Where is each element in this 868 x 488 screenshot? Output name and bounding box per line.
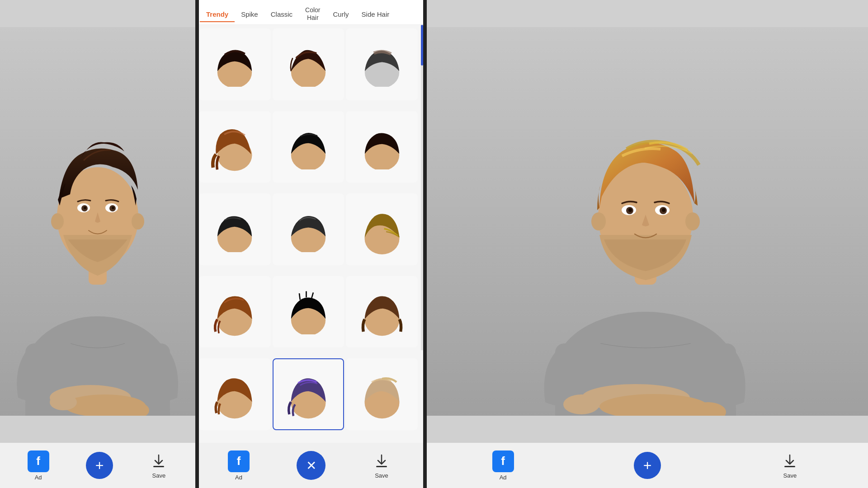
left-ad-label: Ad: [35, 474, 42, 481]
left-bottom-bar: f Ad + Save: [0, 443, 195, 488]
hair-style-6[interactable]: [346, 111, 418, 183]
svg-point-9: [51, 213, 64, 230]
right-bottom-bar: f Ad + Save: [423, 443, 868, 488]
hair-style-12[interactable]: [346, 276, 418, 348]
left-save-icon: [150, 452, 168, 470]
tab-color-hair[interactable]: ColorHair: [299, 3, 326, 25]
svg-point-50: [662, 208, 665, 212]
right-panel: f Ad + Save: [423, 0, 868, 488]
hair-style-7[interactable]: [199, 193, 271, 265]
center-save-label: Save: [375, 472, 388, 479]
tab-trendy[interactable]: Trendy: [200, 7, 235, 22]
tab-side-hair[interactable]: Side Hair: [355, 7, 396, 22]
right-save-button[interactable]: Save: [781, 452, 799, 479]
hair-style-2[interactable]: [273, 28, 344, 100]
center-bottom-bar: f Ad ✕ Save: [195, 443, 423, 488]
svg-point-10: [132, 213, 144, 230]
hair-style-11[interactable]: [273, 276, 344, 348]
left-divider: [195, 0, 199, 488]
hair-style-grid: [195, 25, 423, 443]
center-facebook-icon: f: [228, 450, 250, 472]
svg-point-44: [685, 212, 700, 230]
svg-rect-17: [153, 466, 164, 467]
tab-curly[interactable]: Curly: [327, 7, 355, 22]
center-ad-label: Ad: [235, 474, 242, 481]
svg-point-39: [563, 394, 599, 414]
tab-classic[interactable]: Classic: [264, 7, 299, 22]
left-save-button[interactable]: Save: [150, 452, 168, 479]
left-plus-button[interactable]: +: [86, 452, 113, 479]
center-ad-button[interactable]: f Ad: [228, 450, 250, 481]
hair-style-15[interactable]: [346, 358, 418, 430]
svg-rect-33: [376, 466, 387, 467]
hair-style-1[interactable]: [199, 28, 271, 100]
left-panel: f Ad + Save: [0, 0, 195, 488]
tab-spike[interactable]: Spike: [235, 7, 264, 22]
right-plus-button[interactable]: +: [634, 452, 661, 479]
left-person-area: [0, 0, 195, 443]
hair-style-4[interactable]: [199, 111, 271, 183]
right-divider: [423, 0, 427, 488]
left-save-label: Save: [152, 472, 165, 479]
hair-style-8[interactable]: [273, 193, 344, 265]
svg-rect-51: [784, 466, 795, 467]
center-close-button[interactable]: ✕: [297, 451, 326, 480]
tabs-bar: Trendy Spike Classic ColorHair Curly Sid…: [195, 0, 423, 25]
center-panel: Trendy Spike Classic ColorHair Curly Sid…: [195, 0, 423, 488]
svg-point-15: [84, 206, 86, 209]
right-ad-button[interactable]: f Ad: [492, 450, 514, 481]
svg-point-43: [591, 212, 606, 230]
left-facebook-icon: f: [28, 450, 49, 472]
right-ad-label: Ad: [500, 474, 507, 481]
hair-style-5[interactable]: [273, 111, 344, 183]
right-save-label: Save: [783, 472, 797, 479]
right-facebook-icon: f: [492, 450, 514, 472]
hair-style-3[interactable]: [346, 28, 418, 100]
right-save-icon: [781, 452, 799, 470]
right-person-area: [423, 0, 868, 443]
hair-style-9[interactable]: [346, 193, 418, 265]
svg-point-49: [628, 208, 632, 212]
left-ad-button[interactable]: f Ad: [28, 450, 49, 481]
hair-style-14[interactable]: [273, 358, 344, 430]
hair-style-13[interactable]: [199, 358, 271, 430]
center-save-icon: [373, 452, 391, 470]
center-save-button[interactable]: Save: [373, 452, 391, 479]
svg-point-16: [112, 206, 114, 209]
svg-point-5: [50, 394, 77, 410]
hair-style-10[interactable]: [199, 276, 271, 348]
